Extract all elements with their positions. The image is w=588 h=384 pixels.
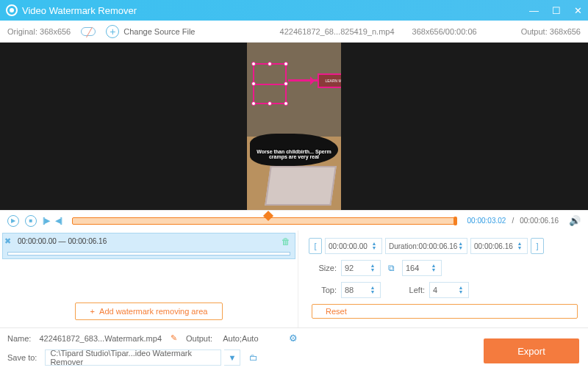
- link-aspect-icon[interactable]: ⧉: [388, 263, 395, 273]
- time-sep: /: [512, 217, 514, 225]
- segment-start: 00:00:00.00: [18, 237, 57, 245]
- range-duration-input[interactable]: Duration: 00:00:06.16 ▲▼: [385, 238, 467, 254]
- timeline-slider[interactable]: [72, 217, 456, 225]
- save-path-input[interactable]: C:\Tipard Studio\Tipar...ideo Watermark …: [45, 349, 221, 366]
- name-label: Name:: [7, 334, 31, 343]
- playback-controls: ▶ ■ [▶ ◀] 00:00:03.02 / 00:00:06.16 🔊: [0, 210, 588, 231]
- minimize-button[interactable]: —: [529, 5, 539, 16]
- height-input[interactable]: 164▲▼: [402, 260, 442, 276]
- output-settings-icon[interactable]: ⚙: [289, 333, 298, 344]
- add-area-label: Add watermark removing area: [99, 307, 207, 316]
- play-button[interactable]: ▶: [7, 215, 19, 227]
- size-label: Size:: [309, 264, 337, 272]
- down-icon[interactable]: ▼: [370, 246, 379, 250]
- source-bar: Original: 368x656 + Change Source File 4…: [0, 21, 588, 43]
- change-source-button[interactable]: + Change Source File: [106, 25, 195, 38]
- watermark-segment[interactable]: ✖ 00:00:00.00 — 00:00:06.16 🗑: [2, 233, 295, 259]
- source-dim-time: 368x656/00:00:06: [412, 27, 477, 36]
- top-input[interactable]: 88▲▼: [341, 282, 381, 298]
- maximize-button[interactable]: ☐: [552, 5, 561, 16]
- save-to-label: Save to:: [7, 353, 37, 362]
- segment-end: 00:00:06.16: [68, 237, 107, 245]
- preview-toggle-icon[interactable]: [81, 27, 96, 36]
- open-folder-icon[interactable]: 🗀: [249, 352, 258, 363]
- video-preview[interactable]: Worse than childbirth... Sperm cramps ar…: [0, 43, 588, 210]
- timeline-end-handle[interactable]: [453, 217, 457, 225]
- video-frame: Worse than childbirth... Sperm cramps ar…: [247, 43, 341, 210]
- plus-icon: +: [90, 307, 95, 316]
- top-label: Top:: [309, 286, 337, 294]
- app-title: Video Watermark Remover: [22, 5, 137, 16]
- titlebar: Video Watermark Remover — ☐ ✕: [0, 0, 588, 21]
- footer: Name: 422461872_683...Watermark.mp4 ✎ Ou…: [0, 327, 588, 384]
- segments-panel: ✖ 00:00:00.00 — 00:00:06.16 🗑 + Add wate…: [0, 231, 298, 327]
- source-filename: 422461872_68...825419_n.mp4: [280, 27, 395, 36]
- output-format-label: Output:: [186, 334, 212, 343]
- properties-panel: [ 00:00:00.00 ▲▼ Duration: 00:00:06.16 ▲…: [298, 231, 588, 327]
- original-dimensions: 368x656: [40, 27, 71, 36]
- close-button[interactable]: ✕: [574, 5, 582, 16]
- set-start-button[interactable]: [: [309, 238, 322, 254]
- range-start-input[interactable]: 00:00:00.00 ▲▼: [325, 238, 382, 254]
- playhead-icon[interactable]: [263, 210, 273, 220]
- reset-button[interactable]: Reset: [312, 304, 578, 319]
- arrow-icon: [288, 79, 318, 81]
- time-total: 00:00:06.16: [520, 217, 559, 225]
- add-watermark-area-button[interactable]: + Add watermark removing area: [75, 303, 223, 320]
- left-input[interactable]: 4▲▼: [429, 282, 469, 298]
- set-end-button[interactable]: ]: [531, 238, 544, 254]
- time-current: 00:00:03.02: [467, 217, 506, 225]
- output-label: Output:: [521, 27, 548, 36]
- left-label: Left:: [392, 286, 425, 294]
- stop-button[interactable]: ■: [25, 215, 37, 227]
- app-logo-icon: [6, 4, 18, 16]
- plus-icon: +: [106, 25, 119, 38]
- output-format-value: Auto;Auto: [223, 334, 282, 343]
- change-source-label: Change Source File: [123, 27, 195, 36]
- export-button[interactable]: Export: [484, 338, 579, 363]
- segment-range-bar[interactable]: [7, 252, 290, 256]
- mark-out-button[interactable]: ◀]: [55, 216, 62, 225]
- edit-name-icon[interactable]: ✎: [171, 333, 177, 343]
- original-label: Original:: [7, 27, 37, 36]
- video-caption: Worse than childbirth... Sperm cramps ar…: [247, 149, 341, 160]
- pin-icon: ✖: [4, 236, 11, 246]
- delete-segment-icon[interactable]: 🗑: [282, 236, 290, 247]
- mark-in-button[interactable]: [▶: [43, 216, 49, 225]
- range-end-input[interactable]: 00:00:06.16 ▲▼: [470, 238, 528, 254]
- width-input[interactable]: 92▲▼: [341, 260, 381, 276]
- window-controls: — ☐ ✕: [529, 5, 582, 16]
- watermark-selection-box[interactable]: [253, 63, 287, 104]
- save-path-dropdown[interactable]: ▼: [224, 349, 240, 366]
- target-badge: LEARN MORE: [318, 73, 341, 88]
- output-dimensions: 368x656: [550, 27, 581, 36]
- volume-icon[interactable]: 🔊: [569, 215, 581, 226]
- output-name: 422461872_683...Watermark.mp4: [39, 334, 162, 343]
